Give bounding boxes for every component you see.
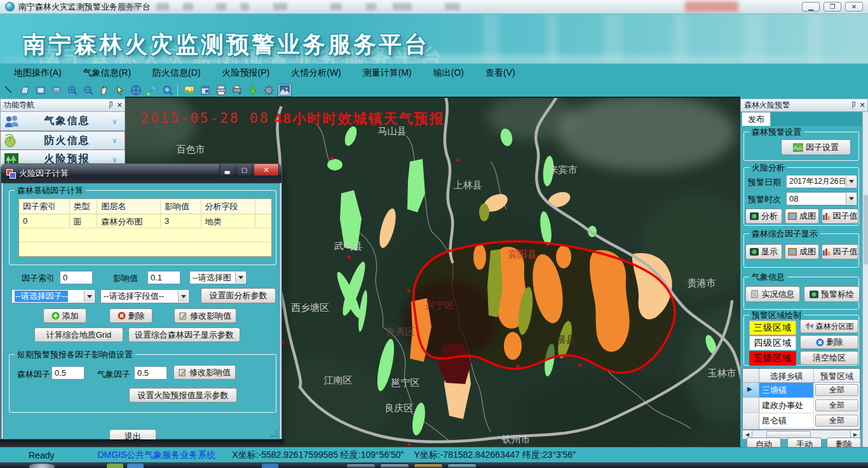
dialog-titlebar[interactable]: 火险因子计算 ▃ ▢ ✕ <box>1 164 281 183</box>
resize-grip[interactable] <box>271 431 277 437</box>
chevron-down-icon[interactable] <box>84 291 94 302</box>
table-row[interactable]: 建政办事处 全部 <box>743 398 860 413</box>
menu-fire-risk-forecast[interactable]: 火险预报(P) <box>215 65 278 81</box>
chevron-down-icon[interactable] <box>235 272 245 283</box>
factor-combo[interactable]: --请选择因子-- <box>11 289 95 303</box>
settings-gear-icon[interactable] <box>262 84 276 97</box>
taskbar-button[interactable] <box>414 464 443 468</box>
layer-window-icon[interactable] <box>198 84 212 97</box>
zoom-box-icon[interactable] <box>161 84 175 97</box>
pin-icon[interactable]: 卩 <box>104 100 114 110</box>
menu-output[interactable]: 输出(O) <box>426 65 471 81</box>
set-area-params-button[interactable]: 设置面分析参数 <box>201 288 276 303</box>
taskbar-icon[interactable] <box>262 464 278 468</box>
calc-grid-button[interactable]: 计算综合地质Grid <box>34 327 123 342</box>
close-icon[interactable]: ✕ <box>114 101 125 109</box>
clear-area-button[interactable]: 清空绘区 <box>800 351 858 365</box>
set-comprehensive-display-button[interactable]: 设置综合森林因子显示参数 <box>128 327 240 342</box>
print-icon[interactable] <box>214 84 228 97</box>
taskbar-button[interactable] <box>346 464 376 468</box>
set-fire-display-button[interactable]: 设置火险预报值显示参数 <box>129 388 237 403</box>
area-all-button[interactable]: 全部 <box>815 415 858 427</box>
taskbar-icon[interactable] <box>127 464 144 468</box>
close-button[interactable]: ✕ <box>845 2 863 11</box>
polygon-icon[interactable] <box>18 84 32 97</box>
image-viewer-icon[interactable] <box>278 84 292 97</box>
nav-item-fireproof-info[interactable]: 防火信息 ∨ <box>0 131 125 150</box>
menu-measure-calc[interactable]: 测量计算(M) <box>355 65 419 81</box>
nav-item-weather-info[interactable]: 气象信息 ∨ <box>0 112 125 131</box>
modify-impact-button[interactable]: 修改影响值 <box>174 308 236 323</box>
analyze-button[interactable]: 分析 <box>745 209 782 224</box>
tab-publish[interactable]: 发布 <box>742 112 771 126</box>
select-arrow-icon[interactable] <box>113 84 127 97</box>
windows-taskbar[interactable] <box>0 462 868 468</box>
display-button[interactable]: 显示 <box>745 244 782 259</box>
factor-value-button-2[interactable]: 因子值 <box>822 244 858 259</box>
menu-view[interactable]: 查看(V) <box>478 65 523 81</box>
dialog-maximize-button[interactable]: ▢ <box>236 164 252 176</box>
make-map-button-2[interactable]: 成图 <box>785 244 819 259</box>
area-all-button[interactable]: 全部 <box>815 399 858 411</box>
start-orb[interactable] <box>29 464 55 468</box>
vertical-scrollbar[interactable] <box>862 112 868 447</box>
warn-time-combo[interactable]: 08 <box>786 192 857 205</box>
full-extent-icon[interactable] <box>129 84 143 97</box>
menu-map-operation[interactable]: 地图操作(A) <box>6 65 69 81</box>
delete-button[interactable]: 删除 <box>109 308 153 323</box>
add-button[interactable]: 添加 <box>43 308 86 323</box>
pin-icon[interactable]: 卩 <box>847 100 857 110</box>
pan-hand-icon[interactable] <box>97 84 111 97</box>
table-row[interactable]: 0 面 森林分布图 3 地类 <box>19 214 271 228</box>
minimize-button[interactable]: ▁ <box>802 2 820 11</box>
table-row[interactable]: 昆仑镇 全部 <box>743 413 860 429</box>
brush-icon[interactable] <box>145 84 159 97</box>
menu-fire-analysis[interactable]: 火情分析(W) <box>283 65 349 81</box>
taskbar-button[interactable] <box>447 464 477 468</box>
warn-date-combo[interactable]: 2017年12月26日 <box>786 175 857 188</box>
dialog-close-button[interactable]: ✕ <box>254 164 279 176</box>
warning-plot-button[interactable]: 预警标绘 <box>804 286 860 302</box>
chevron-down-icon[interactable] <box>178 291 188 302</box>
chevron-down-icon[interactable] <box>846 176 856 187</box>
status-system-link[interactable]: DMGIS公共气象服务业务系统 <box>97 450 215 461</box>
level4-area-chip[interactable]: 四级区域 <box>749 336 796 350</box>
factor-table[interactable]: 因子索引 类型 图层名 影响值 分析字段 0 面 森林分布图 3 地类 <box>18 198 272 257</box>
level5-area-chip[interactable]: 五级区域 <box>749 351 796 366</box>
chevron-down-icon[interactable] <box>846 193 856 204</box>
township-table[interactable]: 选择乡镇 预警区域 ▶ 三塘镇 全部 建政办事处 全部 昆仑镇 全部 <box>742 368 860 430</box>
forest-zone-map-button[interactable]: 森林分区图 <box>800 319 858 333</box>
scroll-thumb[interactable] <box>864 195 868 265</box>
make-map-button[interactable]: 成图 <box>785 209 819 224</box>
factor-settings-button[interactable]: 因子设置 <box>781 139 851 155</box>
forest-factor-input[interactable]: 0.5 <box>51 366 85 380</box>
modify-impact-label: 修改影响值 <box>189 367 231 378</box>
print-setup-icon[interactable] <box>230 84 244 97</box>
zoom-out-icon[interactable] <box>81 84 95 97</box>
dialog-minimize-button[interactable]: ▃ <box>219 164 235 176</box>
map-image-icon[interactable] <box>182 84 196 97</box>
menu-weather-info[interactable]: 气象信息(R) <box>76 65 139 81</box>
weather-factor-input[interactable]: 0.5 <box>134 366 167 380</box>
ellipse-icon[interactable] <box>50 84 64 97</box>
rectangle-icon[interactable] <box>34 84 48 97</box>
zoom-in-icon[interactable] <box>65 84 79 97</box>
factor-index-input[interactable]: 0 <box>60 271 93 284</box>
field-combo[interactable]: --请选择字段值-- <box>100 289 189 303</box>
close-icon[interactable]: ✕ <box>857 101 867 109</box>
download-arrow-icon[interactable] <box>246 84 260 97</box>
taskbar-button[interactable] <box>380 464 409 468</box>
restore-button[interactable]: ❐ <box>824 2 841 11</box>
layer-combo[interactable]: --请选择图 <box>189 271 247 284</box>
impact-input[interactable]: 0.1 <box>147 271 180 284</box>
level3-area-chip[interactable]: 三级区域 <box>749 320 796 335</box>
factor-value-button[interactable]: 因子值 <box>822 209 858 224</box>
menu-fireproof-info[interactable]: 防火信息(D) <box>145 65 208 81</box>
taskbar-icon[interactable] <box>107 464 123 468</box>
delete-area-button[interactable]: 删除 <box>800 335 858 349</box>
modify-impact-button-2[interactable]: 修改影响值 <box>173 365 236 380</box>
live-info-button[interactable]: 实况信息 <box>745 286 800 302</box>
table-row[interactable]: ▶ 三塘镇 全部 <box>743 383 860 398</box>
area-all-button[interactable]: 全部 <box>815 384 858 396</box>
draw-line-icon[interactable] <box>2 84 16 97</box>
